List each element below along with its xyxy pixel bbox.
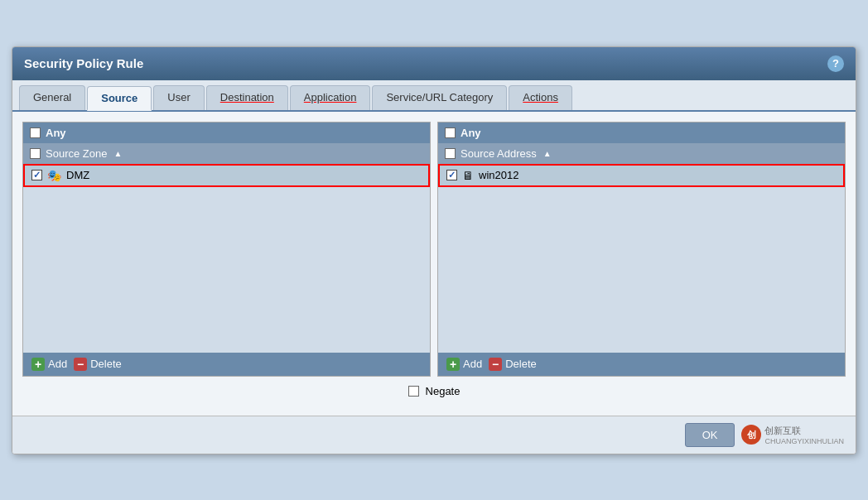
source-zone-any-row: Any: [23, 123, 430, 143]
del-icon-right: −: [489, 358, 502, 371]
add-icon-right: +: [446, 358, 460, 371]
any-label-right: Any: [461, 127, 481, 139]
zone-header-checkbox[interactable]: [30, 148, 41, 159]
negate-label: Negate: [426, 385, 461, 397]
any-checkbox-left[interactable]: [30, 127, 41, 138]
watermark-sub: CHUANGYIXINHULIAN: [764, 437, 844, 445]
source-address-footer: + Add − Delete: [438, 353, 845, 376]
tab-source[interactable]: Source: [87, 86, 152, 111]
dmz-checkmark: ✓: [33, 170, 41, 180]
security-policy-dialog: Security Policy Rule ? General Source Us…: [12, 46, 856, 454]
source-address-panel: Any Source Address ▲ ✓ 🖥 win2012: [437, 122, 846, 377]
negate-checkbox[interactable]: [408, 386, 419, 397]
source-zone-header: Source Zone ▲: [23, 143, 430, 164]
watermark-text: 创新互联 CHUANGYIXINHULIAN: [764, 425, 844, 445]
dialog-title: Security Policy Rule: [24, 56, 143, 70]
source-address-header: Source Address ▲: [438, 143, 845, 164]
sort-arrow-right: ▲: [543, 149, 552, 158]
help-icon[interactable]: ?: [827, 55, 844, 72]
source-address-add-btn[interactable]: + Add: [446, 358, 482, 371]
any-checkbox-right[interactable]: [445, 127, 456, 138]
tab-user[interactable]: User: [153, 85, 204, 110]
dmz-checkbox[interactable]: ✓: [31, 170, 42, 180]
source-address-panel-body: Any Source Address ▲ ✓ 🖥 win2012: [438, 123, 845, 376]
source-zone-footer: + Add − Delete: [23, 353, 430, 376]
negate-row: Negate: [22, 377, 846, 406]
panels-container: Any Source Zone ▲ ✓ 🎭 DMZ: [22, 122, 846, 377]
delete-label-right: Delete: [505, 358, 537, 370]
source-address-any-row: Any: [438, 123, 845, 143]
delete-label-left: Delete: [90, 358, 122, 370]
win2012-label: win2012: [479, 169, 518, 181]
source-address-header-label: Source Address: [461, 147, 537, 160]
ok-button[interactable]: OK: [685, 423, 735, 447]
tab-service-url[interactable]: Service/URL Category: [372, 85, 507, 110]
dmz-icon: 🎭: [47, 169, 61, 182]
win2012-checkmark: ✓: [448, 170, 456, 180]
watermark-main: 创新互联: [764, 425, 844, 437]
watermark-logo: 创: [741, 425, 761, 445]
tab-application[interactable]: Application: [290, 85, 371, 110]
source-zone-empty: [23, 187, 430, 353]
source-zone-delete-btn[interactable]: − Delete: [74, 358, 122, 371]
source-zone-panel: Any Source Zone ▲ ✓ 🎭 DMZ: [22, 122, 431, 377]
tab-actions[interactable]: Actions: [509, 85, 572, 110]
source-zone-header-label: Source Zone: [46, 147, 107, 160]
source-address-delete-btn[interactable]: − Delete: [489, 358, 537, 371]
address-header-checkbox[interactable]: [445, 148, 456, 159]
tab-general[interactable]: General: [19, 85, 85, 110]
source-address-empty: [438, 187, 845, 353]
watermark: 创 创新互联 CHUANGYIXINHULIAN: [741, 425, 844, 445]
tab-destination[interactable]: Destination: [206, 85, 288, 110]
win2012-checkbox[interactable]: ✓: [446, 170, 457, 180]
add-icon-left: +: [31, 358, 45, 371]
add-label-right: Add: [463, 358, 482, 370]
dmz-label: DMZ: [66, 169, 89, 181]
sort-arrow-left: ▲: [113, 149, 122, 158]
add-label-left: Add: [48, 358, 67, 370]
dialog-title-bar: Security Policy Rule ?: [12, 47, 856, 80]
tab-content: Any Source Zone ▲ ✓ 🎭 DMZ: [12, 112, 856, 416]
win2012-icon: 🖥: [462, 169, 474, 182]
source-zone-dmz-row[interactable]: ✓ 🎭 DMZ: [23, 164, 430, 187]
dialog-footer: OK 创 创新互联 CHUANGYIXINHULIAN: [12, 416, 856, 454]
source-address-win2012-row[interactable]: ✓ 🖥 win2012: [438, 164, 845, 187]
del-icon-left: −: [74, 358, 87, 371]
any-label-left: Any: [46, 127, 66, 139]
source-zone-add-btn[interactable]: + Add: [31, 358, 67, 371]
tab-bar: General Source User Destination Applicat…: [12, 80, 856, 112]
source-zone-panel-body: Any Source Zone ▲ ✓ 🎭 DMZ: [23, 123, 430, 376]
